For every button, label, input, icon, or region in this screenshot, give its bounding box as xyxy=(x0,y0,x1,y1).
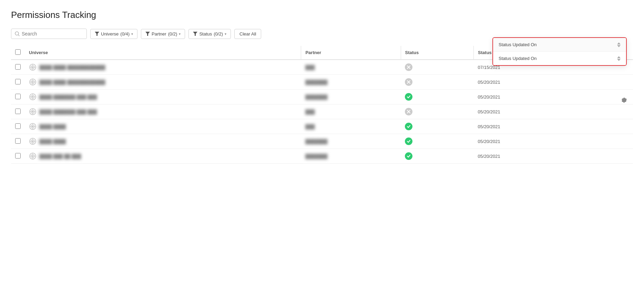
filter-icon xyxy=(145,32,150,36)
row-checkbox-cell[interactable] xyxy=(11,60,25,75)
universe-filter-count: (0/4) xyxy=(120,31,130,37)
table-row: ████ ████ ████████████ ███████ 05/20/202… xyxy=(11,75,633,90)
date-cell: 05/20/2021 xyxy=(474,134,633,149)
status-cell xyxy=(401,90,474,104)
status-cell xyxy=(401,104,474,119)
universe-name: ████ ████ ████████████ xyxy=(39,80,105,85)
sort-label-1: Status Updated On xyxy=(499,42,537,47)
universe-cell: ████ ████ xyxy=(25,119,301,134)
universe-icon xyxy=(29,152,37,160)
row-checkbox-cell[interactable] xyxy=(11,75,25,90)
partner-name: ███████ xyxy=(305,154,327,159)
sort-spinner-1 xyxy=(617,42,621,47)
universe-column-header: Universe xyxy=(25,46,301,60)
universe-cell: ████ ███ ██ ███ xyxy=(25,149,301,164)
partner-name: ███████ xyxy=(305,139,327,144)
svg-marker-4 xyxy=(193,32,197,36)
row-checkbox[interactable] xyxy=(15,109,21,114)
status-icon-green xyxy=(405,123,412,130)
partner-cell: ███████ xyxy=(301,90,401,104)
status-icon-green xyxy=(405,152,412,160)
partner-name: ███████ xyxy=(305,94,327,100)
table-row: ████ ████ ███ 05/20/2021 xyxy=(11,119,633,134)
partner-name: ███ xyxy=(305,124,315,129)
partner-name: ███████ xyxy=(305,80,327,85)
universe-cell: ████ ████ xyxy=(25,134,301,149)
sort-spinner-2 xyxy=(617,56,621,61)
status-icon-gray xyxy=(405,63,412,71)
row-checkbox-cell[interactable] xyxy=(11,119,25,134)
partner-cell: ███████ xyxy=(301,75,401,90)
row-checkbox-cell[interactable] xyxy=(11,90,25,104)
page-title: Permissions Tracking xyxy=(11,10,633,20)
partner-cell: ███████ xyxy=(301,134,401,149)
status-cell xyxy=(401,119,474,134)
status-filter-count: (0/2) xyxy=(214,31,223,37)
table-row: ████ ███████ ███ ███ ███ 05/20/2021 xyxy=(11,104,633,119)
universe-name: ████ ████ xyxy=(39,124,66,129)
date-cell: 05/20/2021 xyxy=(474,90,633,104)
search-input[interactable] xyxy=(22,31,83,37)
date-cell: 05/20/2021 xyxy=(474,149,633,164)
sort-label-2: Status Updated On xyxy=(499,56,537,61)
status-cell xyxy=(401,134,474,149)
partner-filter-count: (0/2) xyxy=(168,31,177,37)
universe-icon xyxy=(29,63,37,71)
status-column-header: Status xyxy=(401,46,474,60)
sort-option-2[interactable]: Status Updated On xyxy=(493,52,626,65)
filter-icon xyxy=(95,32,99,36)
svg-line-1 xyxy=(18,35,19,36)
universe-name: ████ ███████ ███ ███ xyxy=(39,94,97,100)
status-cell xyxy=(401,149,474,164)
universe-cell: ████ ███████ ███ ███ xyxy=(25,90,301,104)
search-icon xyxy=(15,31,20,36)
universe-icon xyxy=(29,78,37,86)
date-cell: 05/20/2021 xyxy=(474,104,633,119)
table-row: ████ ████ ███████ 05/20/2021 xyxy=(11,134,633,149)
partner-cell: ███ xyxy=(301,60,401,75)
row-checkbox[interactable] xyxy=(15,123,21,129)
universe-name: ████ ███████ ███ ███ xyxy=(39,109,97,114)
universe-icon xyxy=(29,108,37,115)
partner-name: ███ xyxy=(305,109,315,114)
row-checkbox-cell[interactable] xyxy=(11,104,25,119)
row-checkbox[interactable] xyxy=(15,138,21,144)
row-checkbox-cell[interactable] xyxy=(11,134,25,149)
clear-all-button[interactable]: Clear All xyxy=(234,29,261,39)
row-checkbox[interactable] xyxy=(15,153,21,159)
svg-marker-3 xyxy=(145,32,150,36)
sort-option-1[interactable]: Status Updated On xyxy=(493,38,626,52)
table-row: ████ ███████ ███ ███ ███████ 05/20/2021 xyxy=(11,90,633,104)
row-checkbox[interactable] xyxy=(15,94,21,99)
row-checkbox-cell[interactable] xyxy=(11,149,25,164)
partner-column-header: Partner xyxy=(301,46,401,60)
gear-button[interactable] xyxy=(621,97,627,105)
partner-filter-chevron: ▾ xyxy=(179,32,181,36)
universe-filter-button[interactable]: Universe (0/4) ▾ xyxy=(90,29,137,39)
status-filter-label: Status xyxy=(199,31,212,37)
status-icon-green xyxy=(405,93,412,101)
status-cell xyxy=(401,75,474,90)
table-row: ████ ███ ██ ███ ███████ 05/20/2021 xyxy=(11,149,633,164)
status-filter-button[interactable]: Status (0/2) ▾ xyxy=(188,29,231,39)
universe-filter-label: Universe xyxy=(101,31,119,37)
status-icon-gray xyxy=(405,108,412,115)
partner-filter-button[interactable]: Partner (0/2) ▾ xyxy=(141,29,185,39)
filter-icon xyxy=(193,32,197,36)
universe-icon xyxy=(29,93,37,101)
partner-cell: ███████ xyxy=(301,149,401,164)
universe-icon xyxy=(29,123,37,130)
date-cell: 05/20/2021 xyxy=(474,75,633,90)
select-all-checkbox[interactable] xyxy=(15,49,21,55)
row-checkbox[interactable] xyxy=(15,64,21,70)
status-filter-chevron: ▾ xyxy=(225,32,226,36)
sort-dropdown: Status Updated On Status Updated On xyxy=(492,37,627,66)
universe-filter-chevron: ▾ xyxy=(131,32,133,36)
select-all-header[interactable] xyxy=(11,46,25,60)
status-icon-gray xyxy=(405,78,412,86)
universe-cell: ████ ████ ████████████ xyxy=(25,75,301,90)
search-box[interactable] xyxy=(11,29,87,39)
date-cell: 05/20/2021 xyxy=(474,119,633,134)
universe-name: ████ ████ xyxy=(39,139,66,144)
row-checkbox[interactable] xyxy=(15,79,21,84)
